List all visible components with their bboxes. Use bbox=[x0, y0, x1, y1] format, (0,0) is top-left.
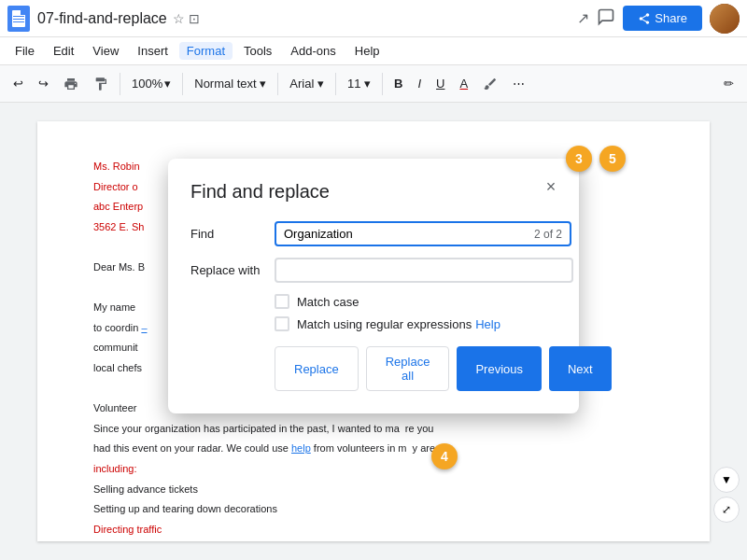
font-select[interactable]: Arial ▾ bbox=[284, 73, 330, 94]
underline-button[interactable]: U bbox=[430, 73, 450, 94]
zoom-select[interactable]: 100% ▾ bbox=[126, 73, 176, 94]
edit-icon-button[interactable]: ✏ bbox=[718, 73, 740, 94]
previous-button[interactable]: Previous bbox=[457, 346, 542, 391]
menu-insert[interactable]: Insert bbox=[130, 42, 176, 60]
replace-label: Replace with bbox=[190, 263, 275, 277]
top-icons: ↗ Share bbox=[577, 4, 740, 34]
match-regex-row: Match using regular expressions Help bbox=[275, 316, 557, 331]
paint-format-button[interactable] bbox=[88, 73, 114, 95]
share-button[interactable]: Share bbox=[623, 6, 702, 31]
star-icon[interactable]: ☆ bbox=[173, 11, 185, 26]
line-14: Since your organization has participated… bbox=[93, 421, 654, 438]
trend-icon[interactable]: ↗ bbox=[577, 9, 589, 27]
bold-button[interactable]: B bbox=[388, 73, 408, 94]
find-counter: 2 of 2 bbox=[534, 228, 562, 241]
line-15: had this event on your radar. We could u… bbox=[93, 441, 654, 457]
share-label: Share bbox=[655, 11, 687, 25]
menu-view[interactable]: View bbox=[85, 42, 126, 60]
badge-3: 3 bbox=[566, 146, 592, 172]
match-case-label: Match case bbox=[297, 295, 359, 309]
menu-bar: File Edit View Insert Format Tools Add-o… bbox=[0, 37, 747, 65]
find-input-wrapper: 2 of 2 bbox=[275, 221, 571, 246]
replace-input[interactable] bbox=[284, 263, 564, 277]
doc-area: Ms. Robin Director o abc Enterp 3562 E. … bbox=[0, 103, 747, 560]
avatar[interactable] bbox=[710, 4, 740, 34]
match-case-row: Match case bbox=[275, 294, 557, 309]
document-title: 07-find-and-replace bbox=[37, 10, 167, 27]
doc-icon bbox=[7, 6, 30, 32]
more-button[interactable]: ⋯ bbox=[507, 73, 530, 94]
menu-tools[interactable]: Tools bbox=[236, 42, 279, 60]
replace-all-button[interactable]: Replace all bbox=[366, 346, 450, 391]
menu-edit[interactable]: Edit bbox=[46, 42, 81, 60]
redo-button[interactable]: ↪ bbox=[33, 73, 54, 94]
dialog-buttons: Replace Replace all Previous Next bbox=[275, 346, 557, 391]
font-size-select[interactable]: 11 ▾ bbox=[342, 73, 376, 94]
menu-addons[interactable]: Add-ons bbox=[283, 42, 343, 60]
close-button[interactable]: × bbox=[538, 174, 564, 200]
replace-row: Replace with bbox=[190, 258, 557, 283]
title-bar: 07-find-and-replace ☆ ⊡ ↗ Share bbox=[0, 0, 747, 37]
menu-file[interactable]: File bbox=[7, 42, 42, 60]
scroll-down-button[interactable]: ▼ bbox=[713, 467, 740, 493]
italic-button[interactable]: I bbox=[412, 73, 427, 94]
menu-help[interactable]: Help bbox=[347, 42, 388, 60]
comment-icon[interactable] bbox=[597, 7, 615, 30]
find-input[interactable] bbox=[284, 227, 527, 241]
help-link[interactable]: Help bbox=[475, 317, 500, 331]
replace-input-wrapper bbox=[275, 258, 573, 283]
match-regex-label: Match using regular expressions bbox=[297, 317, 472, 331]
find-label: Find bbox=[190, 227, 275, 241]
font-color-button[interactable]: A bbox=[454, 73, 473, 94]
badge-4: 4 bbox=[431, 443, 458, 469]
dialog-title: Find and replace bbox=[190, 181, 557, 203]
badge-5: 5 bbox=[599, 146, 626, 172]
match-case-checkbox[interactable] bbox=[275, 294, 289, 309]
find-replace-dialog: 3 Find and replace × 5 Find 2 of 2 Repla… bbox=[168, 159, 579, 413]
match-regex-checkbox[interactable] bbox=[275, 316, 289, 331]
find-row: Find 2 of 2 bbox=[190, 221, 557, 246]
next-button[interactable]: Next bbox=[549, 346, 612, 391]
line-16: including: bbox=[93, 461, 654, 478]
sidebar-right: ▼ ⤢ bbox=[713, 467, 740, 523]
undo-button[interactable]: ↩ bbox=[7, 73, 29, 94]
toolbar: ↩ ↪ 100% ▾ Normal text ▾ Arial ▾ 11 ▾ B … bbox=[0, 65, 747, 103]
expand-button[interactable]: ⤢ bbox=[713, 497, 740, 523]
line-19: Directing traffic bbox=[93, 522, 654, 539]
menu-format[interactable]: Format bbox=[179, 42, 233, 60]
folder-icon[interactable]: ⊡ bbox=[189, 11, 200, 26]
highlight-button[interactable] bbox=[477, 73, 503, 95]
style-select[interactable]: Normal text ▾ bbox=[189, 73, 272, 94]
print-button[interactable] bbox=[58, 73, 84, 95]
replace-button[interactable]: Replace bbox=[275, 346, 359, 391]
line-17: Selling advance tickets bbox=[93, 482, 654, 498]
line-18: Setting up and tearing down decorations bbox=[93, 501, 654, 518]
